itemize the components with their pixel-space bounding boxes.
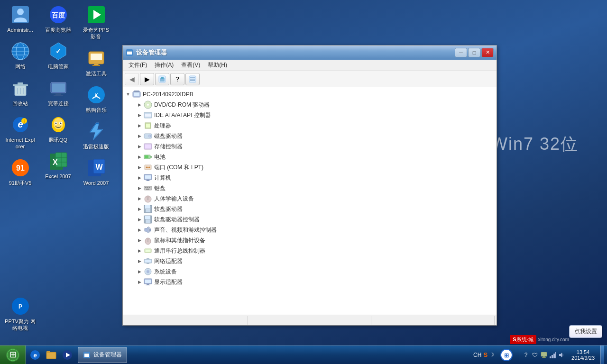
svg-rect-138 (553, 354, 555, 358)
toggle-network[interactable]: ▶ (136, 258, 143, 264)
svg-text:W: W (95, 163, 103, 171)
toggle-display[interactable]: ▶ (136, 279, 143, 285)
network-icon (10, 41, 31, 62)
tree-item-disk[interactable]: ▶ 磁盘驱动器 (123, 131, 497, 141)
toolbar-forward[interactable]: ▶ (140, 73, 154, 85)
ime-bar: CH S ☽ (472, 351, 495, 358)
tree-item-display[interactable]: ▶ 显示适配器 (123, 277, 497, 287)
tree-root[interactable]: ▼ PC-20140923XDPB (123, 89, 497, 100)
tray-clock[interactable]: 13:54 2014/9/23 (568, 348, 598, 362)
show-desktop-button[interactable] (600, 346, 604, 364)
taskbar-device-manager-label: 设备管理器 (93, 351, 122, 359)
icon-administrator[interactable]: Administr... (2, 2, 38, 35)
moon-icon[interactable]: ☽ (488, 352, 495, 358)
maximize-button[interactable]: □ (468, 48, 480, 57)
status-seg2 (248, 316, 371, 325)
taskbar-flag-icon[interactable]: ⊞ (497, 347, 516, 363)
icon-pptv[interactable]: P PPTV聚力 网络电视 (2, 294, 38, 334)
icon-91asst[interactable]: 91 91助手V5 (2, 155, 38, 188)
tree-item-hid[interactable]: ▶ 人体学输入设备 (123, 193, 497, 204)
icon-thunder[interactable]: 迅雷极速版 (78, 119, 114, 152)
icon-ie[interactable]: e i Internet Explorer (2, 112, 38, 152)
icon-recycle[interactable]: 回收站 (2, 76, 38, 109)
icon-excel[interactable]: X Excel 2007 (40, 149, 76, 182)
tree-item-cpu[interactable]: ▶ 处理器 (123, 120, 497, 131)
close-button[interactable]: ✕ (481, 48, 494, 57)
toggle-serial[interactable]: ▶ (136, 247, 143, 254)
toggle-floppy[interactable]: ▶ (136, 206, 143, 212)
taskbar-ie[interactable]: e (28, 347, 43, 363)
minimize-button[interactable]: ─ (455, 48, 467, 57)
tree-item-mouse[interactable]: ▶ 鼠标和其他指针设备 (123, 235, 497, 246)
tree-item-computer[interactable]: ▶ 计算机 (123, 173, 497, 183)
toggle-keyboard[interactable]: ▶ (136, 185, 143, 191)
toggle-computer[interactable]: ▶ (136, 174, 143, 181)
icon-activate[interactable]: 激活工具 (78, 46, 114, 79)
taskbar-explorer[interactable] (44, 347, 59, 363)
toolbar-extra[interactable] (185, 73, 200, 85)
icon-broadband[interactable]: 宽带连接 (40, 76, 76, 109)
toolbar-help[interactable]: ? (170, 73, 184, 85)
icon-pps[interactable]: 爱奇艺PPS影音 (78, 2, 114, 42)
icon-word2007[interactable]: W Word 2007 (78, 155, 114, 188)
tree-item-keyboard[interactable]: ▶ 键盘 (123, 183, 497, 193)
taskbar-media[interactable] (60, 347, 75, 363)
tree-item-floppy[interactable]: ▶ 软盘驱动器 (123, 204, 497, 214)
menu-view[interactable]: 查看(V) (177, 60, 204, 70)
icon-baidu[interactable]: 百度 百度浏览器 (40, 2, 76, 35)
toggle-hid[interactable]: ▶ (136, 195, 143, 202)
device-tree[interactable]: ▼ PC-20140923XDPB ▶ (123, 87, 497, 315)
toggle-ide[interactable]: ▶ (136, 112, 143, 118)
toggle-system[interactable]: ▶ (136, 268, 143, 275)
administrator-label: Administr... (7, 27, 33, 33)
sogou-icon[interactable]: S (483, 351, 487, 358)
svg-point-81 (146, 167, 147, 168)
tray-monitor[interactable] (540, 351, 548, 359)
svg-rect-133 (541, 352, 547, 356)
toggle-storage[interactable]: ▶ (136, 143, 143, 150)
icon-network[interactable]: 网络 (2, 39, 38, 72)
tree-item-system[interactable]: ▶ 系统设备 (123, 266, 497, 277)
svg-text:⊞: ⊞ (9, 350, 16, 359)
taskbar-device-manager[interactable]: 设备管理器 (78, 347, 127, 363)
tree-item-dvd[interactable]: ▶ DVD/CD-ROM 驱动器 (123, 100, 497, 110)
toggle-sound[interactable]: ▶ (136, 227, 143, 233)
label-system: 系统设备 (154, 268, 177, 276)
icon-pcmgr[interactable]: ✓ 电脑管家 (40, 39, 76, 72)
broadband-icon (48, 78, 69, 99)
toolbar-back[interactable]: ◀ (125, 73, 139, 85)
toggle-disk[interactable]: ▶ (136, 133, 143, 139)
tray-help[interactable]: ? (522, 351, 530, 359)
toggle-mouse[interactable]: ▶ (136, 237, 143, 244)
toggle-floppyctrl[interactable]: ▶ (136, 216, 143, 223)
label-floppyctrl: 软盘驱动器控制器 (154, 216, 200, 224)
icon-kuwo[interactable]: K 酷狗音乐 (78, 82, 114, 115)
ime-ch[interactable]: CH (472, 352, 482, 358)
menu-help[interactable]: 帮助(H) (204, 60, 231, 70)
tree-item-network[interactable]: ▶ 网络适配器 (123, 256, 497, 266)
icon-qq[interactable]: 腾讯QQ (40, 112, 76, 145)
tree-item-serial[interactable]: ▶ 通用串行总线控制器 (123, 246, 497, 256)
tray-network[interactable] (549, 351, 557, 359)
tree-item-com[interactable]: ▶ 端口 (COM 和 LPT) (123, 162, 497, 173)
svg-rect-64 (134, 91, 139, 92)
menu-file[interactable]: 文件(F) (125, 60, 151, 70)
tree-toggle-root[interactable]: ▼ (125, 91, 131, 98)
tree-item-sound[interactable]: ▶ 声音、视频和游戏控制器 (123, 225, 497, 235)
tree-item-floppyctrl[interactable]: ▶ 软盘驱动器控制器 (123, 214, 497, 225)
tree-item-storage[interactable]: ▶ 存储控制器 (123, 141, 497, 152)
label-computer: 计算机 (154, 174, 171, 182)
toggle-cpu[interactable]: ▶ (136, 122, 143, 129)
toggle-com[interactable]: ▶ (136, 164, 143, 171)
xitong-logo[interactable]: S系统·城 (510, 335, 536, 344)
tree-item-ide[interactable]: ▶ IDE ATA/ATAPI 控制器 (123, 110, 497, 120)
toggle-dvd[interactable]: ▶ (136, 101, 143, 108)
toolbar-up[interactable] (155, 73, 169, 85)
start-button[interactable]: ⊞ (0, 346, 26, 364)
toggle-battery[interactable]: ▶ (136, 154, 143, 160)
tray-shield[interactable]: 🛡 (531, 351, 539, 359)
menu-action[interactable]: 操作(A) (151, 60, 177, 70)
tree-item-battery[interactable]: ▶ 电池 (123, 152, 497, 162)
tray-volume[interactable] (558, 351, 566, 359)
point-settings-button[interactable]: 点我设置 (569, 325, 602, 338)
